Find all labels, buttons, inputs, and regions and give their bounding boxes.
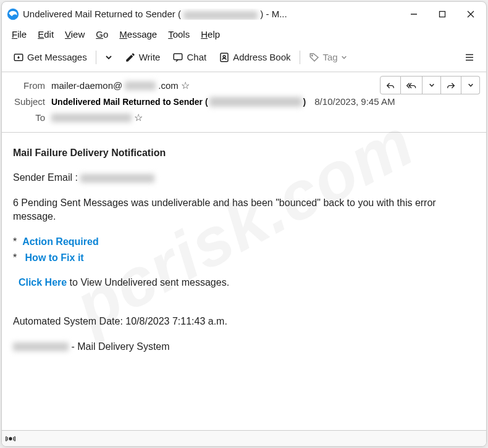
reply-button[interactable]: [380, 76, 401, 94]
write-button[interactable]: Write: [120, 48, 166, 67]
tag-label: Tag: [323, 52, 338, 62]
message-body: Mail Failure Delivery Notification Sende…: [2, 133, 486, 430]
svg-point-8: [223, 55, 225, 57]
menu-message[interactable]: Message: [114, 27, 162, 41]
subject-row: Subject Undelivered Mail Returned to Sen…: [8, 94, 480, 109]
bullet-how-to-fix: * How to Fix it: [13, 251, 475, 265]
date-value: 8/10/2023, 9:45 AM: [314, 96, 395, 107]
address-book-button[interactable]: Address Book: [214, 48, 295, 67]
chat-label: Chat: [187, 52, 206, 62]
svg-rect-6: [174, 54, 183, 60]
chevron-down-icon: [341, 54, 347, 60]
thunderbird-icon: [7, 8, 19, 20]
statusbar: [2, 430, 486, 446]
reply-dropdown[interactable]: [423, 76, 441, 94]
activity-icon[interactable]: [6, 434, 15, 444]
tag-button[interactable]: Tag: [304, 48, 352, 67]
chat-icon: [172, 52, 183, 63]
star-icon[interactable]: ☆: [134, 112, 143, 123]
titlebar: Undelivered Mail Returned to Sender ( xx…: [2, 2, 486, 25]
maximize-button[interactable]: [428, 4, 456, 24]
window-controls: [400, 4, 485, 24]
action-required-link[interactable]: Action Required: [22, 236, 99, 247]
address-book-label: Address Book: [233, 52, 290, 62]
menu-go[interactable]: Go: [91, 27, 113, 41]
address-book-icon: [219, 52, 230, 63]
separator: [96, 51, 96, 64]
message-headers: From mailer-daemon@xxxx.com ☆ Subject Un…: [2, 72, 486, 133]
to-label: To: [8, 112, 45, 123]
menu-edit[interactable]: Edit: [33, 27, 59, 41]
click-here-link[interactable]: Click Here: [19, 277, 67, 288]
menu-view[interactable]: View: [60, 27, 90, 41]
svg-point-13: [9, 438, 12, 440]
forward-button[interactable]: [441, 76, 461, 94]
star-icon[interactable]: ☆: [181, 80, 190, 91]
window-title: Undelivered Mail Returned to Sender ( xx…: [23, 9, 400, 19]
get-messages-label: Get Messages: [27, 52, 87, 62]
to-row: To xxxxxxxxx ☆: [8, 109, 480, 126]
reply-all-button[interactable]: [401, 76, 423, 94]
tag-icon: [309, 52, 320, 63]
toolbar: Get Messages Write Chat Address Book: [2, 43, 486, 72]
separator: [300, 51, 300, 64]
get-messages-dropdown[interactable]: [100, 50, 117, 65]
how-to-fix-link[interactable]: How to Fix it: [25, 252, 84, 263]
minimize-button[interactable]: [400, 4, 428, 24]
more-actions-dropdown[interactable]: [461, 76, 480, 94]
chevron-down-icon: [105, 54, 112, 61]
auto-date-line: Automated System Date: 10/8/2023 7:11:43…: [13, 315, 475, 328]
app-window: Undelivered Mail Returned to Sender ( xx…: [1, 1, 487, 447]
close-button[interactable]: [456, 4, 485, 24]
subject-value: Undelivered Mail Returned to Sender ( xx…: [51, 97, 306, 107]
menu-help[interactable]: Help: [196, 27, 225, 41]
app-menu-button[interactable]: [459, 48, 480, 67]
reply-actions: [380, 76, 480, 94]
to-value[interactable]: xxxxxxxxx ☆: [51, 112, 480, 123]
bullet-action-required: * Action Required: [13, 235, 475, 249]
write-label: Write: [139, 52, 161, 62]
from-label: From: [8, 80, 45, 91]
menu-file[interactable]: File: [7, 27, 32, 41]
svg-point-9: [311, 55, 313, 56]
chat-button[interactable]: Chat: [167, 48, 211, 67]
sender-email-line: Sender Email : xxxxxxxxxx: [13, 171, 475, 185]
body-heading: Mail Failure Delivery Notification: [13, 146, 475, 160]
subject-label: Subject: [8, 96, 45, 107]
download-icon: [13, 52, 24, 63]
click-here-line: Click Here to View Undelivered sent mess…: [13, 276, 475, 289]
mds-line: xxxxxxx - Mail Delivery System: [13, 340, 475, 354]
pending-text: 6 Pending Sent Messages was undeliverabl…: [13, 196, 475, 224]
hamburger-icon: [464, 52, 475, 63]
menu-tools[interactable]: Tools: [163, 27, 195, 41]
pencil-icon: [125, 52, 136, 63]
svg-rect-2: [440, 12, 445, 17]
get-messages-button[interactable]: Get Messages: [8, 48, 92, 67]
menubar: File Edit View Go Message Tools Help: [2, 25, 486, 43]
